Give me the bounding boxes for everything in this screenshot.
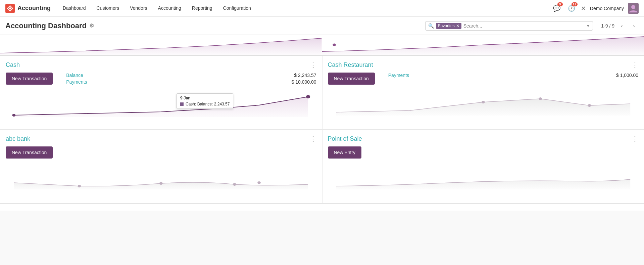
search-input[interactable] [463, 23, 584, 29]
close-icon: ✕ [581, 5, 586, 12]
card-cash-restaurant-body: New Transaction Payments $ 1,000.00 [328, 73, 639, 85]
card-abc-bank-body: New Transaction [6, 146, 316, 159]
abc-bank-chart-area [6, 163, 316, 198]
logo-icon [5, 4, 15, 13]
nav-right-actions: 💬 5 🕐 21 ✕ Demo Company [551, 3, 639, 14]
pagination-next-button[interactable]: › [629, 21, 639, 31]
point-of-sale-new-entry-button[interactable]: New Entry [328, 146, 362, 159]
activity-button[interactable]: 🕐 21 [566, 3, 577, 14]
activity-badge: 21 [572, 2, 578, 6]
svg-point-3 [333, 44, 336, 46]
search-bar: 🔍 Favorites ✕ ▼ [425, 21, 593, 31]
card-cash-stats: Balance $ 2,243.57 Payments $ 10,000.00 [66, 73, 316, 86]
cash-balance-row: Balance $ 2,243.57 [66, 73, 316, 78]
point-of-sale-chart-svg [328, 163, 639, 189]
page-title: Accounting Dashboard ⚙ [5, 21, 94, 30]
cash-restaurant-payments-value: $ 1,000.00 [616, 73, 638, 78]
card-abc-bank-title: abc bank [6, 135, 30, 142]
user-avatar[interactable] [628, 3, 639, 14]
sub-header: Accounting Dashboard ⚙ 🔍 Favorites ✕ ▼ 1… [0, 17, 644, 35]
card-cash-restaurant-menu-button[interactable]: ⋮ [632, 61, 638, 68]
cash-payments-label: Payments [66, 79, 87, 85]
dashboard-grid: Cash ⋮ New Transaction Balance $ 2,243.5… [0, 55, 644, 204]
card-point-of-sale-title: Point of Sale [328, 135, 362, 142]
cash-payments-value: $ 10,000.00 [292, 79, 316, 85]
main-content: Cash ⋮ New Transaction Balance $ 2,243.5… [0, 35, 644, 211]
messages-button[interactable]: 💬 5 [551, 3, 562, 14]
card-abc-bank: abc bank ⋮ New Transaction [0, 130, 322, 204]
card-point-of-sale-body: New Entry [328, 146, 639, 159]
svg-point-6 [481, 101, 485, 103]
company-name[interactable]: Demo Company [590, 6, 624, 11]
card-cash: Cash ⋮ New Transaction Balance $ 2,243.5… [0, 56, 322, 130]
cash-chart-svg [6, 90, 316, 117]
svg-point-2 [631, 5, 635, 9]
settings-icon[interactable]: ⚙ [89, 23, 94, 29]
card-abc-bank-header: abc bank ⋮ [6, 135, 316, 142]
cash-balance-value: $ 2,243.57 [294, 73, 316, 78]
pagination-prev-button[interactable]: ‹ [617, 21, 627, 31]
card-cash-body: New Transaction Balance $ 2,243.57 Payme… [6, 73, 316, 86]
card-cash-menu-button[interactable]: ⋮ [310, 61, 316, 68]
page-title-text: Accounting Dashboard [5, 21, 87, 30]
svg-point-8 [588, 104, 591, 107]
favorites-filter-chip[interactable]: Favorites ✕ [436, 23, 461, 29]
svg-point-9 [78, 185, 81, 187]
close-button[interactable]: ✕ [581, 5, 586, 12]
card-cash-title: Cash [6, 61, 20, 69]
top-chart-strip-left [0, 35, 322, 55]
top-navigation: Accounting Dashboard Customers Vendors A… [0, 0, 644, 17]
search-dropdown-button[interactable]: ▼ [586, 24, 590, 28]
card-point-of-sale-header: Point of Sale ⋮ [328, 135, 639, 142]
favorites-filter-label: Favorites [438, 24, 454, 28]
card-cash-restaurant: Cash Restaurant ⋮ New Transaction Paymen… [322, 56, 644, 130]
svg-point-4 [12, 114, 15, 117]
card-cash-restaurant-stats: Payments $ 1,000.00 [388, 73, 638, 79]
card-abc-bank-menu-button[interactable]: ⋮ [310, 135, 316, 142]
nav-customers[interactable]: Customers [93, 0, 123, 17]
nav-reporting[interactable]: Reporting [188, 0, 216, 17]
abc-bank-new-transaction-button[interactable]: New Transaction [6, 146, 53, 159]
pagination-text: 1-9 / 9 [601, 23, 614, 29]
cash-restaurant-chart-area [328, 89, 639, 124]
nav-configuration[interactable]: Configuration [219, 0, 255, 17]
cash-restaurant-new-transaction-button[interactable]: New Transaction [328, 73, 375, 85]
remove-filter-button[interactable]: ✕ [456, 24, 459, 28]
top-chart-svg-right [322, 35, 644, 55]
search-icon: 🔍 [428, 23, 434, 29]
svg-point-10 [159, 182, 163, 185]
nav-dashboard[interactable]: Dashboard [59, 0, 90, 17]
point-of-sale-chart-area [328, 163, 639, 198]
card-cash-header: Cash ⋮ [6, 61, 316, 69]
app-name: Accounting [17, 5, 51, 12]
cash-restaurant-chart-svg [328, 89, 639, 116]
top-chart-strips [0, 35, 644, 55]
cash-balance-label: Balance [66, 73, 83, 78]
top-chart-svg-left [0, 35, 322, 55]
nav-accounting[interactable]: Accounting [154, 0, 185, 17]
cash-restaurant-payments-label: Payments [388, 73, 409, 78]
card-cash-restaurant-title: Cash Restaurant [328, 61, 373, 69]
avatar-image [628, 3, 639, 14]
card-point-of-sale-menu-button[interactable]: ⋮ [632, 135, 638, 142]
svg-point-7 [539, 97, 542, 100]
cash-restaurant-payments-row: Payments $ 1,000.00 [388, 73, 638, 78]
svg-point-12 [257, 181, 261, 184]
cash-new-transaction-button[interactable]: New Transaction [6, 73, 53, 85]
nav-vendors[interactable]: Vendors [126, 0, 151, 17]
bottom-strip-right [322, 204, 644, 211]
svg-point-5 [306, 95, 310, 98]
card-cash-restaurant-header: Cash Restaurant ⋮ [328, 61, 639, 69]
bottom-card-strip [0, 204, 644, 211]
cash-chart-area: 9 Jan Cash: Balance: 2,243.57 [6, 90, 316, 124]
messages-badge: 5 [557, 2, 563, 6]
bottom-strip-left [0, 204, 322, 211]
app-logo[interactable]: Accounting [5, 4, 51, 13]
pagination: 1-9 / 9 ‹ › [601, 21, 639, 31]
abc-bank-chart-svg [6, 163, 316, 189]
cash-payments-row: Payments $ 10,000.00 [66, 79, 316, 85]
top-chart-strip-right [322, 35, 644, 55]
svg-point-11 [233, 183, 236, 186]
card-point-of-sale: Point of Sale ⋮ New Entry [322, 130, 644, 204]
